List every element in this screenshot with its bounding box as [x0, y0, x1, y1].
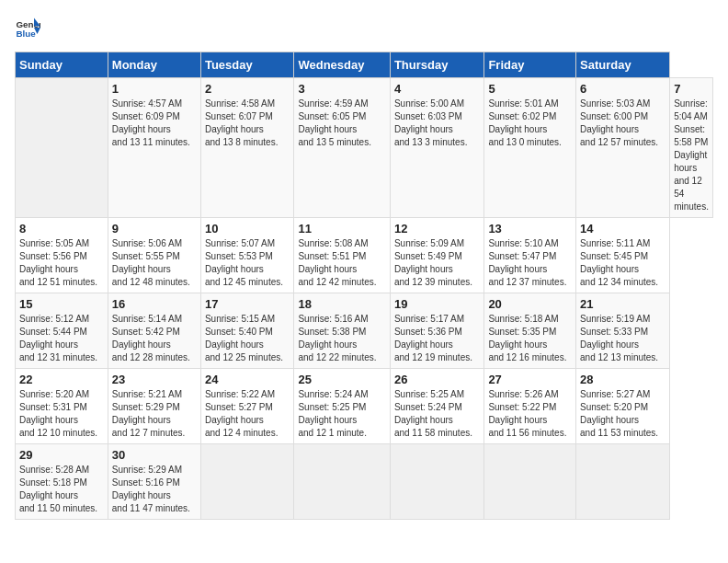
- day-info: Sunrise: 5:21 AM Sunset: 5:29 PM Dayligh…: [112, 388, 197, 440]
- day-number: 14: [580, 222, 665, 236]
- day-info: Sunrise: 4:58 AM Sunset: 6:07 PM Dayligh…: [205, 98, 290, 149]
- calendar-cell: 22 Sunrise: 5:20 AM Sunset: 5:31 PM Dayl…: [16, 369, 108, 444]
- day-info: Sunrise: 5:06 AM Sunset: 5:55 PM Dayligh…: [112, 237, 197, 289]
- day-number: 4: [394, 82, 480, 96]
- day-info: Sunrise: 5:11 AM Sunset: 5:45 PM Dayligh…: [580, 237, 665, 289]
- day-number: 30: [112, 448, 197, 462]
- calendar-cell: 7 Sunrise: 5:04 AM Sunset: 5:58 PM Dayli…: [670, 78, 713, 218]
- day-number: 13: [488, 222, 572, 236]
- calendar-cell: [200, 444, 294, 520]
- day-number: 6: [580, 82, 665, 96]
- day-info: Sunrise: 5:22 AM Sunset: 5:27 PM Dayligh…: [205, 388, 290, 440]
- calendar-cell: 10 Sunrise: 5:07 AM Sunset: 5:53 PM Dayl…: [200, 218, 294, 293]
- day-number: 19: [394, 297, 480, 311]
- day-number: 24: [205, 373, 290, 386]
- calendar-cell: 9 Sunrise: 5:06 AM Sunset: 5:55 PM Dayli…: [108, 218, 200, 293]
- day-number: 28: [580, 373, 665, 386]
- calendar-cell: 19 Sunrise: 5:17 AM Sunset: 5:36 PM Dayl…: [390, 293, 483, 369]
- day-number: 29: [19, 448, 104, 462]
- calendar-cell: [576, 444, 670, 520]
- calendar-cell: [390, 444, 483, 520]
- day-info: Sunrise: 5:03 AM Sunset: 6:00 PM Dayligh…: [580, 98, 665, 149]
- day-info: Sunrise: 5:28 AM Sunset: 5:18 PM Dayligh…: [19, 464, 104, 515]
- day-number: 20: [488, 297, 572, 311]
- calendar-cell: 3 Sunrise: 4:59 AM Sunset: 6:05 PM Dayli…: [294, 78, 390, 218]
- calendar-cell: 17 Sunrise: 5:15 AM Sunset: 5:40 PM Dayl…: [200, 293, 294, 369]
- day-info: Sunrise: 5:08 AM Sunset: 5:51 PM Dayligh…: [298, 237, 385, 289]
- day-info: Sunrise: 5:16 AM Sunset: 5:38 PM Dayligh…: [298, 313, 385, 364]
- calendar-cell: 14 Sunrise: 5:11 AM Sunset: 5:45 PM Dayl…: [576, 218, 670, 293]
- day-number: 21: [580, 297, 665, 311]
- day-header-tuesday: Tuesday: [200, 52, 294, 78]
- calendar-cell: 20 Sunrise: 5:18 AM Sunset: 5:35 PM Dayl…: [484, 293, 576, 369]
- svg-text:Blue: Blue: [16, 29, 36, 39]
- calendar-table: SundayMondayTuesdayWednesdayThursdayFrid…: [15, 52, 713, 520]
- day-number: 8: [19, 222, 104, 236]
- logo: General Blue: [15, 15, 44, 40]
- day-number: 15: [19, 297, 104, 311]
- calendar-cell: 6 Sunrise: 5:03 AM Sunset: 6:00 PM Dayli…: [576, 78, 670, 218]
- day-info: Sunrise: 5:09 AM Sunset: 5:49 PM Dayligh…: [394, 237, 480, 289]
- day-number: 17: [205, 297, 290, 311]
- calendar-cell: 13 Sunrise: 5:10 AM Sunset: 5:47 PM Dayl…: [484, 218, 576, 293]
- day-number: 11: [298, 222, 385, 236]
- day-info: Sunrise: 5:18 AM Sunset: 5:35 PM Dayligh…: [488, 313, 572, 364]
- day-number: 18: [298, 297, 385, 311]
- calendar-cell: 24 Sunrise: 5:22 AM Sunset: 5:27 PM Dayl…: [200, 369, 294, 444]
- day-header-wednesday: Wednesday: [294, 52, 390, 78]
- day-info: Sunrise: 5:15 AM Sunset: 5:40 PM Dayligh…: [205, 313, 290, 364]
- day-info: Sunrise: 5:25 AM Sunset: 5:24 PM Dayligh…: [394, 388, 480, 440]
- day-number: 12: [394, 222, 480, 236]
- calendar-cell: 25 Sunrise: 5:24 AM Sunset: 5:25 PM Dayl…: [294, 369, 390, 444]
- calendar-cell: 1 Sunrise: 4:57 AM Sunset: 6:09 PM Dayli…: [108, 78, 200, 218]
- day-header-thursday: Thursday: [390, 52, 483, 78]
- calendar-cell: [16, 78, 108, 218]
- day-number: 23: [112, 373, 197, 386]
- day-number: 16: [112, 297, 197, 311]
- day-number: 1: [112, 82, 197, 96]
- day-info: Sunrise: 5:14 AM Sunset: 5:42 PM Dayligh…: [112, 313, 197, 364]
- day-info: Sunrise: 5:26 AM Sunset: 5:22 PM Dayligh…: [488, 388, 572, 440]
- calendar-cell: 15 Sunrise: 5:12 AM Sunset: 5:44 PM Dayl…: [16, 293, 108, 369]
- calendar-cell: 2 Sunrise: 4:58 AM Sunset: 6:07 PM Dayli…: [200, 78, 294, 218]
- calendar-cell: 12 Sunrise: 5:09 AM Sunset: 5:49 PM Dayl…: [390, 218, 483, 293]
- calendar-cell: 30 Sunrise: 5:29 AM Sunset: 5:16 PM Dayl…: [108, 444, 200, 520]
- calendar-cell: 26 Sunrise: 5:25 AM Sunset: 5:24 PM Dayl…: [390, 369, 483, 444]
- day-info: Sunrise: 5:17 AM Sunset: 5:36 PM Dayligh…: [394, 313, 480, 364]
- day-info: Sunrise: 4:57 AM Sunset: 6:09 PM Dayligh…: [112, 98, 197, 149]
- calendar-cell: 16 Sunrise: 5:14 AM Sunset: 5:42 PM Dayl…: [108, 293, 200, 369]
- calendar-cell: 21 Sunrise: 5:19 AM Sunset: 5:33 PM Dayl…: [576, 293, 670, 369]
- day-info: Sunrise: 4:59 AM Sunset: 6:05 PM Dayligh…: [298, 98, 385, 149]
- calendar-cell: [484, 444, 576, 520]
- day-number: 25: [298, 373, 385, 386]
- calendar-cell: 8 Sunrise: 5:05 AM Sunset: 5:56 PM Dayli…: [16, 218, 108, 293]
- day-info: Sunrise: 5:10 AM Sunset: 5:47 PM Dayligh…: [488, 237, 572, 289]
- calendar-cell: 28 Sunrise: 5:27 AM Sunset: 5:20 PM Dayl…: [576, 369, 670, 444]
- day-number: 9: [112, 222, 197, 236]
- day-number: 2: [205, 82, 290, 96]
- day-number: 3: [298, 82, 385, 96]
- day-header-sunday: Sunday: [16, 52, 108, 78]
- logo-icon: General Blue: [15, 15, 40, 40]
- calendar-cell: 23 Sunrise: 5:21 AM Sunset: 5:29 PM Dayl…: [108, 369, 200, 444]
- calendar-cell: 11 Sunrise: 5:08 AM Sunset: 5:51 PM Dayl…: [294, 218, 390, 293]
- calendar-cell: 5 Sunrise: 5:01 AM Sunset: 6:02 PM Dayli…: [484, 78, 576, 218]
- calendar-cell: 29 Sunrise: 5:28 AM Sunset: 5:18 PM Dayl…: [16, 444, 108, 520]
- day-info: Sunrise: 5:01 AM Sunset: 6:02 PM Dayligh…: [488, 98, 572, 149]
- day-info: Sunrise: 5:00 AM Sunset: 6:03 PM Dayligh…: [394, 98, 480, 149]
- day-header-saturday: Saturday: [576, 52, 670, 78]
- day-info: Sunrise: 5:20 AM Sunset: 5:31 PM Dayligh…: [19, 388, 104, 440]
- day-info: Sunrise: 5:27 AM Sunset: 5:20 PM Dayligh…: [580, 388, 665, 440]
- calendar-cell: 4 Sunrise: 5:00 AM Sunset: 6:03 PM Dayli…: [390, 78, 483, 218]
- day-number: 27: [488, 373, 572, 386]
- day-info: Sunrise: 5:07 AM Sunset: 5:53 PM Dayligh…: [205, 237, 290, 289]
- day-header-monday: Monday: [108, 52, 200, 78]
- day-number: 10: [205, 222, 290, 236]
- day-info: Sunrise: 5:19 AM Sunset: 5:33 PM Dayligh…: [580, 313, 665, 364]
- day-number: 5: [488, 82, 572, 96]
- day-number: 7: [674, 82, 709, 96]
- day-header-friday: Friday: [484, 52, 576, 78]
- day-info: Sunrise: 5:24 AM Sunset: 5:25 PM Dayligh…: [298, 388, 385, 440]
- calendar-cell: 27 Sunrise: 5:26 AM Sunset: 5:22 PM Dayl…: [484, 369, 576, 444]
- day-number: 22: [19, 373, 104, 386]
